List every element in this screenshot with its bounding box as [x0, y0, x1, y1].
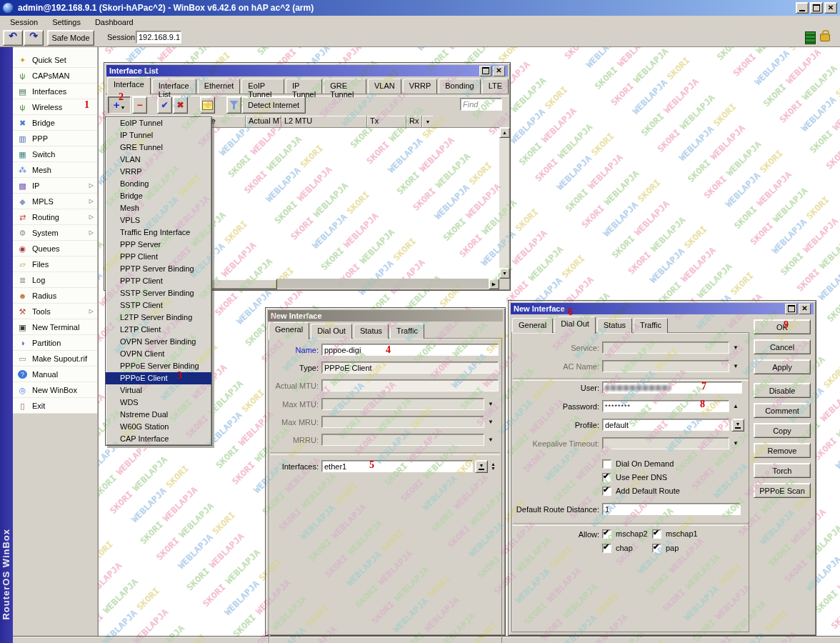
tab-vlan[interactable]: VLAN — [368, 79, 401, 94]
user-input[interactable] — [602, 382, 742, 394]
arrow-down-icon[interactable]: ▼ — [491, 467, 496, 471]
checkbox-chap[interactable] — [602, 544, 611, 553]
column-header[interactable]: L2 MTU — [281, 116, 367, 127]
redo-button[interactable]: ↷ — [24, 30, 44, 46]
menubar-session[interactable]: Session — [3, 16, 45, 28]
add-menu-item[interactable]: PPP Server — [106, 239, 211, 251]
tab-bonding[interactable]: Bonding — [439, 79, 480, 94]
tab-traffic[interactable]: Traffic — [634, 318, 668, 333]
tab-ethernet[interactable]: Ethernet — [198, 79, 241, 94]
torch-button[interactable]: Torch — [754, 463, 811, 478]
maximize-button[interactable] — [785, 304, 797, 314]
sidebar-item-quick-set[interactable]: ✦ Quick Set — [13, 52, 97, 68]
column-dropdown-button[interactable]: ▼ — [422, 116, 433, 127]
menubar-dashboard[interactable]: Dashboard — [88, 16, 141, 28]
sidebar-item-system[interactable]: ⚙ System ▷ — [13, 225, 97, 241]
add-menu-item[interactable]: PPTP Client — [106, 275, 211, 287]
tab-eoip-tunnel[interactable]: EoIP Tunnel — [241, 79, 284, 94]
comment-button[interactable]: Comment — [754, 403, 811, 418]
add-menu-item[interactable]: SSTP Server Binding — [106, 287, 211, 299]
find-input[interactable]: Find — [460, 98, 502, 111]
add-menu-item[interactable]: VPLS — [106, 214, 211, 226]
undo-button[interactable]: ↶ — [3, 30, 23, 46]
name-input[interactable]: pppoe-digi — [321, 344, 499, 356]
tab-status[interactable]: Status — [597, 318, 632, 333]
max-mtu-input[interactable] — [321, 398, 484, 410]
dialog-titlebar[interactable]: New Interface — [268, 310, 503, 322]
sidebar-item-make-supout[interactable]: ▭ Make Supout.rif — [13, 351, 97, 367]
profile-dropdown-button[interactable]: ▼ — [731, 419, 744, 432]
tab-ip-tunnel[interactable]: IP Tunnel — [286, 79, 322, 94]
app-titlebar[interactable]: admin@192.168.9.1 (Skori-hAPac^2) - WinB… — [0, 0, 840, 16]
tab-general[interactable]: General — [269, 322, 309, 339]
sidebar-item-routing[interactable]: ⇄ Routing ▷ — [13, 209, 97, 225]
tab-gre-tunnel[interactable]: GRE Tunnel — [324, 79, 366, 94]
password-input[interactable]: ******** — [602, 400, 729, 412]
tab-interface[interactable]: Interface — [107, 77, 151, 94]
tab-general[interactable]: General — [512, 318, 553, 333]
add-menu-item[interactable]: CAP Interface — [106, 433, 211, 445]
add-menu-item[interactable]: Mesh — [106, 202, 211, 214]
sidebar-item-exit[interactable]: ▯ Exit — [13, 398, 97, 414]
chevron-down-icon[interactable]: ▼ — [488, 419, 494, 425]
dialog-titlebar[interactable]: New Interface ✕ — [511, 303, 814, 314]
sidebar-item-new-winbox[interactable]: ◎ New WinBox — [13, 382, 97, 398]
chevron-down-icon[interactable]: ▼ — [733, 440, 739, 447]
scroll-right-button[interactable]: ▶ — [489, 279, 499, 289]
add-menu-item[interactable]: L2TP Client — [106, 324, 211, 336]
maximize-button[interactable] — [810, 2, 823, 14]
sidebar-item-manual[interactable]: ? Manual — [13, 367, 97, 382]
add-menu-item[interactable]: L2TP Server Binding — [106, 311, 211, 324]
column-header[interactable]: Actual MTU — [246, 116, 281, 127]
max-mru-input[interactable] — [321, 416, 484, 428]
comment-button[interactable] — [200, 96, 215, 114]
arrow-up-icon[interactable]: ▲ — [733, 403, 739, 409]
sidebar-item-capsman[interactable]: ψ CAPsMAN — [13, 68, 97, 84]
scroll-down-button[interactable]: ▼ — [499, 268, 510, 279]
pppoe-scan-button[interactable]: PPPoE Scan — [754, 483, 811, 498]
keepalive-input[interactable] — [602, 437, 729, 449]
sidebar-item-bridge[interactable]: ✖ Bridge — [13, 115, 97, 131]
checkbox-mschap2[interactable] — [602, 529, 611, 539]
restore-button[interactable] — [479, 66, 491, 76]
checkbox-mschap1[interactable] — [652, 529, 661, 539]
add-menu-item[interactable]: OVPN Server Binding — [106, 336, 211, 348]
chevron-down-icon[interactable]: ▼ — [733, 363, 739, 369]
minimize-button[interactable] — [796, 2, 809, 14]
sidebar-item-files[interactable]: ▱ Files — [13, 256, 97, 272]
add-menu-item[interactable]: VRRP — [106, 166, 211, 178]
tab-vrrp[interactable]: VRRP — [403, 79, 438, 94]
menubar-settings[interactable]: Settings — [45, 16, 88, 28]
interfaces-dropdown-button[interactable]: ▼ — [475, 460, 488, 473]
tab-interface-list[interactable]: Interface List — [152, 79, 196, 94]
close-button[interactable]: ✕ — [824, 2, 837, 14]
sidebar-item-ip[interactable]: ▩ IP ▷ — [13, 178, 97, 194]
sidebar-item-log[interactable]: ≣ Log — [13, 272, 97, 288]
close-button[interactable]: ✕ — [799, 304, 811, 314]
interfaces-stepper[interactable]: ▲▼ — [491, 462, 496, 471]
enable-button[interactable]: ✔ — [157, 96, 172, 114]
sidebar-item-mesh[interactable]: ⁂ Mesh — [13, 162, 97, 178]
sidebar-item-tools[interactable]: ⚒ Tools ▷ — [13, 304, 97, 319]
checkbox-use-peer-dns[interactable] — [602, 473, 611, 482]
add-menu-item[interactable]: Bridge — [106, 190, 211, 202]
add-menu-item[interactable]: IP Tunnel — [106, 129, 211, 141]
service-input[interactable] — [602, 342, 729, 354]
add-menu-item[interactable]: PPPoE Server Binding — [106, 360, 211, 372]
add-menu-item[interactable]: PPPoE Client — [106, 372, 211, 384]
checkbox-add-default-route[interactable] — [602, 487, 611, 496]
checkbox-pap[interactable] — [652, 544, 661, 553]
add-menu-item[interactable]: SSTP Client — [106, 299, 211, 311]
tab-lte[interactable]: LTE — [482, 79, 509, 94]
interface-list-titlebar[interactable]: Interface List ✕ — [106, 65, 508, 76]
disable-button[interactable]: ✖ — [173, 96, 188, 114]
remove-interface-button[interactable]: − — [132, 96, 147, 114]
column-header[interactable]: Rx — [406, 116, 422, 127]
chevron-down-icon[interactable]: ▼ — [733, 344, 739, 351]
vertical-scrollbar[interactable]: ▲ ▼ — [499, 127, 509, 279]
add-menu-item[interactable]: Bonding — [106, 178, 211, 190]
chevron-down-icon[interactable]: ▼ — [488, 437, 494, 443]
add-menu-item[interactable]: VLAN — [106, 154, 211, 166]
tab-dial-out[interactable]: Dial Out — [554, 316, 596, 334]
filter-button[interactable] — [226, 96, 241, 114]
